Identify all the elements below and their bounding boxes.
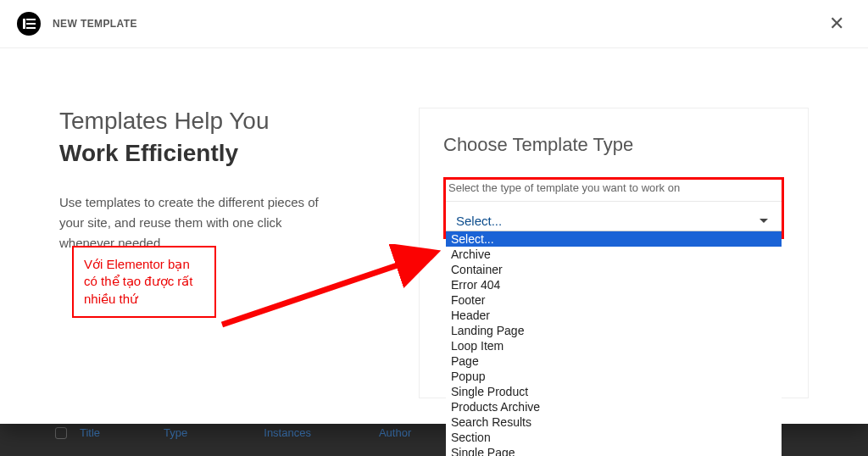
annotation-callout: Với Elementor bạn có thể tạo được rất nh… (72, 246, 216, 318)
right-column: Choose Template Type Select the type of … (419, 108, 809, 398)
option-footer[interactable]: Footer (446, 292, 782, 308)
template-type-options: Select... Archive Container Error 404 Fo… (446, 231, 782, 456)
description-text: Use templates to create the different pi… (59, 192, 331, 253)
annotation-text: Với Elementor bạn có thể tạo được rất nh… (84, 257, 193, 306)
bg-col-title: Title (80, 426, 100, 439)
heading-line-1: Templates Help You (59, 108, 402, 135)
option-popup[interactable]: Popup (446, 369, 782, 384)
bg-col-type: Type (164, 426, 187, 439)
option-search-results[interactable]: Search Results (446, 414, 782, 430)
new-template-modal: NEW TEMPLATE ✕ Templates Help You Work E… (0, 0, 868, 424)
option-container[interactable]: Container (446, 262, 782, 277)
bg-col-author: Author (379, 426, 411, 439)
option-products-archive[interactable]: Products Archive (446, 399, 782, 414)
option-single-page[interactable]: Single Page (446, 445, 782, 456)
option-single-product[interactable]: Single Product (446, 384, 782, 399)
elementor-logo-icon (17, 12, 41, 36)
modal-title: NEW TEMPLATE (53, 18, 137, 30)
select-value: Select... (456, 214, 502, 228)
choose-template-title: Choose Template Type (443, 134, 784, 156)
select-label: Select the type of template you want to … (446, 180, 782, 202)
caret-down-icon (760, 219, 768, 223)
option-loop-item[interactable]: Loop Item (446, 338, 782, 353)
option-section[interactable]: Section (446, 430, 782, 445)
option-error-404[interactable]: Error 404 (446, 277, 782, 292)
option-archive[interactable]: Archive (446, 247, 782, 262)
heading-line-2: Work Efficiently (59, 140, 402, 167)
option-header[interactable]: Header (446, 308, 782, 323)
option-select[interactable]: Select... (446, 231, 782, 247)
close-icon: ✕ (829, 13, 844, 34)
option-page[interactable]: Page (446, 353, 782, 369)
option-landing-page[interactable]: Landing Page (446, 323, 782, 338)
annotation-highlight-box: Select the type of template you want to … (443, 177, 784, 239)
close-button[interactable]: ✕ (822, 9, 851, 38)
bg-col-instances: Instances (264, 426, 311, 439)
modal-body: Templates Help You Work Efficiently Use … (0, 48, 868, 424)
bg-checkbox (55, 427, 67, 439)
modal-header: NEW TEMPLATE ✕ (0, 0, 868, 48)
